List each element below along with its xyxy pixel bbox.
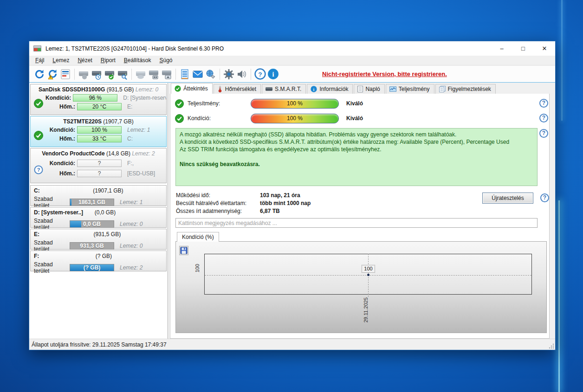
info-icon[interactable]: i	[266, 68, 279, 81]
disk-volumes: E:	[127, 103, 132, 110]
partition-letter: E:	[34, 231, 39, 238]
free-space-label: Szabad terület	[31, 261, 70, 274]
data-point	[367, 274, 369, 276]
resize-grip[interactable]	[548, 343, 555, 349]
partition-size: (1907,1 GB)	[93, 187, 123, 194]
tab-log[interactable]: Napló	[354, 84, 384, 94]
content-area: SanDisk SDSSDH31000G (931,5 GB) Lemez: 0…	[29, 83, 555, 339]
help-icon[interactable]: ?	[539, 99, 548, 108]
partition-letter: F:	[34, 253, 39, 259]
help-icon[interactable]: ?	[253, 68, 266, 81]
menu-disk[interactable]: Lemez	[48, 56, 73, 64]
tab-overview[interactable]: Áttekintés	[171, 83, 213, 94]
y-axis-tick: 100	[194, 264, 200, 272]
toolbar-separator	[131, 69, 132, 80]
help-icon[interactable]: ?	[539, 114, 548, 122]
partition-card-e[interactable]: E: (931,5 GB) Szabad terület 931,3 GB Le…	[30, 229, 167, 250]
log-icon[interactable]	[178, 68, 191, 81]
temperature-bar: 20 °C	[77, 103, 122, 110]
disk-test-icon[interactable]	[103, 68, 116, 81]
free-space-bar: 931,3 GB	[70, 242, 114, 250]
status-text: Állapot utoljára frissítve: 29.11.2025 S…	[32, 341, 167, 348]
tab-performance[interactable]: Teljesítmény	[386, 84, 434, 94]
condition-label: Kondíció:	[45, 95, 71, 101]
refresh-warning-icon[interactable]	[46, 68, 59, 81]
disk-clock-icon[interactable]	[90, 68, 103, 81]
x-axis-tick: 29.11.2025	[363, 297, 369, 322]
partition-disk-number: Lemez: 0	[120, 243, 143, 249]
title-bar[interactable]: Lemez: 1, TS2TMTE220S [G247010104] - Har…	[29, 41, 555, 56]
condition-bar: 96 %	[73, 94, 117, 102]
disk-offline-icon[interactable]	[77, 68, 90, 81]
disk-size: (931,5 GB)	[107, 86, 134, 93]
pages-icon	[439, 86, 446, 92]
condition-meter: 100 %	[251, 114, 339, 123]
tab-information[interactable]: i Információk	[307, 84, 353, 94]
help-icon[interactable]: ?	[539, 129, 548, 138]
partition-card-c[interactable]: C: (1907,1 GB) Szabad terület 1863,1 GB …	[30, 185, 167, 206]
partition-size: (? GB)	[96, 253, 112, 259]
condition-rating: Kiváló	[346, 115, 363, 122]
partition-disk-number: Lemez: 0	[120, 221, 143, 227]
svg-text:?: ?	[258, 71, 262, 78]
toolbar-separator	[220, 69, 220, 80]
disk-card-ts2tmte220s[interactable]: TS2TMTE220S (1907,7 GB) Kondíció: 100 % …	[30, 116, 167, 147]
disk-volumes: [ESD-USB]	[127, 170, 155, 177]
disk-volumes: D: [System-reservier	[123, 95, 166, 101]
total-written-label: Összes írt adatmennyiség:	[176, 208, 260, 214]
close-button[interactable]: ✕	[534, 41, 555, 56]
disk-statistics: Működési idő: 103 nap, 21 óra Becsült há…	[176, 191, 311, 215]
thermometer-icon	[217, 86, 223, 92]
email-icon[interactable]	[191, 68, 204, 81]
free-space-bar: 0,0 GB	[70, 220, 114, 228]
disk-number: Lemez: 2	[132, 150, 155, 157]
main-area: Áttekintés Hőmérséklet S.M.A.R.T. i Info…	[170, 83, 550, 339]
disk-size: (14,8 GB)	[106, 150, 130, 157]
help-icon[interactable]: ?	[540, 193, 549, 202]
disk-number: Lemez: 1	[127, 127, 150, 133]
menu-settings[interactable]: Beállítások	[120, 56, 155, 64]
app-icon	[33, 45, 41, 52]
sound-icon[interactable]	[235, 68, 248, 81]
chart-tab-condition[interactable]: Kondíció (%)	[177, 232, 219, 242]
info-circle-icon: i	[311, 86, 317, 92]
disk-surface-test-icon[interactable]	[116, 68, 129, 81]
retest-button[interactable]: Újratesztelés	[482, 193, 533, 204]
network-icon[interactable]	[204, 68, 217, 81]
estimated-lifetime-value: több mint 1000 nap	[260, 200, 311, 206]
menu-file[interactable]: Fájl	[31, 56, 48, 64]
condition-bar: ?	[77, 160, 122, 167]
report-icon[interactable]	[59, 68, 72, 81]
power-on-time-label: Működési idő:	[176, 192, 260, 199]
disk-card-sandisk[interactable]: SanDisk SDSSDH31000G (931,5 GB) Lemez: 0…	[30, 84, 167, 115]
check-circle-icon	[175, 85, 181, 92]
save-chart-icon[interactable]	[179, 246, 188, 255]
tab-temperature[interactable]: Hőmérséklet	[214, 84, 261, 94]
disk-card-vendorco[interactable]: VendorCo ProductCode (14,8 GB) Lemez: 2 …	[30, 148, 167, 183]
unregistered-version-link[interactable]: Nicht-registrierte Version, bitte regist…	[322, 71, 447, 77]
maximize-button[interactable]: □	[512, 41, 534, 56]
disk-icon	[266, 87, 272, 91]
ok-icon	[175, 114, 184, 123]
disk-disabled-icon[interactable]	[134, 68, 147, 81]
free-space-bar: 1863,1 GB	[70, 199, 114, 206]
tab-bar: Áttekintés Hőmérséklet S.M.A.R.T. i Info…	[170, 84, 550, 94]
comment-input[interactable]	[175, 218, 538, 228]
partition-size: (931,5 GB)	[93, 231, 121, 238]
disk-volumes: C:	[127, 135, 133, 142]
partition-card-d[interactable]: D: [System-reser..] (0,0 GB) Szabad terü…	[30, 207, 167, 228]
menu-help[interactable]: Súgó	[155, 56, 176, 64]
menu-view[interactable]: Nézet	[73, 56, 96, 64]
tab-smart[interactable]: S.M.A.R.T.	[262, 84, 306, 94]
refresh-icon[interactable]	[33, 68, 46, 81]
menu-report[interactable]: Riport	[97, 56, 120, 64]
disk-eject-icon[interactable]	[160, 68, 173, 81]
toolbar-separator	[74, 69, 75, 80]
chart-icon	[389, 86, 396, 92]
tab-alerts[interactable]: Figyelmeztetések	[435, 84, 496, 94]
settings-gear-icon[interactable]	[222, 68, 235, 81]
partition-card-f[interactable]: F: (? GB) Szabad terület (? GB) Lemez: 2	[30, 251, 167, 271]
condition-label: Kondíció:	[45, 160, 75, 167]
minimize-button[interactable]: –	[491, 41, 512, 56]
disk-connect-icon[interactable]	[147, 68, 160, 81]
